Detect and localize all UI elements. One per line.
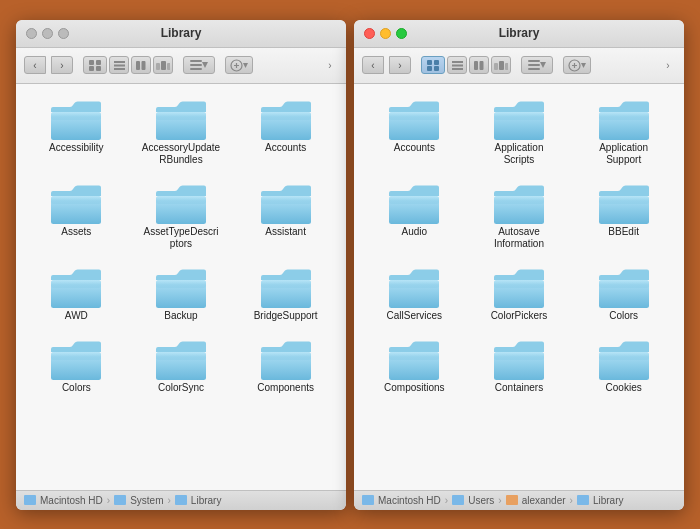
folder-item[interactable]: AccessoryUpdateRBundles — [131, 94, 232, 170]
folder-label: Assets — [61, 226, 91, 238]
svg-rect-77 — [599, 280, 649, 288]
close-button-2[interactable] — [364, 28, 375, 39]
users-label-2: Users — [468, 495, 494, 506]
list-view-btn-1[interactable] — [109, 56, 129, 74]
folder-item[interactable]: BBEdit — [573, 178, 674, 254]
svg-rect-67 — [389, 196, 439, 204]
icon-view-btn-2[interactable] — [421, 56, 445, 74]
hd-icon-1 — [24, 495, 36, 505]
folder-item[interactable]: AssetTypeDescriptors — [131, 178, 232, 254]
svg-rect-12 — [190, 60, 202, 62]
svg-rect-71 — [599, 196, 649, 204]
folder-item[interactable]: Compositions — [364, 334, 465, 398]
svg-rect-33 — [156, 280, 206, 288]
svg-rect-83 — [599, 352, 649, 360]
folder-item[interactable]: Audio — [364, 178, 465, 254]
folder-item[interactable]: Backup — [131, 262, 232, 326]
traffic-lights-1 — [26, 28, 69, 39]
svg-rect-11 — [167, 63, 170, 70]
system-icon-1 — [114, 495, 126, 505]
folder-item[interactable]: Application Support — [573, 94, 674, 170]
minimize-button-2[interactable] — [380, 28, 391, 39]
maximize-button-1[interactable] — [58, 28, 69, 39]
svg-rect-3 — [96, 66, 101, 71]
folder-item[interactable]: Accessibility — [26, 94, 127, 170]
sep1-1: › — [107, 495, 110, 506]
library-icon-1 — [175, 495, 187, 505]
more-button-2[interactable]: › — [660, 57, 676, 73]
sep2-2: › — [498, 495, 501, 506]
folder-item[interactable]: ColorSync — [131, 334, 232, 398]
folder-item[interactable]: CallServices — [364, 262, 465, 326]
folder-item[interactable]: Colors — [26, 334, 127, 398]
forward-button-1[interactable]: › — [51, 56, 73, 74]
folder-item[interactable]: Assistant — [235, 178, 336, 254]
svg-rect-48 — [452, 68, 463, 70]
svg-marker-17 — [243, 63, 248, 68]
folder-item[interactable]: AWD — [26, 262, 127, 326]
path-label-hd-2: Macintosh HD — [378, 495, 441, 506]
finder-window-2: Library ‹ › — [354, 20, 684, 510]
minimize-button-1[interactable] — [42, 28, 53, 39]
folder-label: ColorSync — [158, 382, 204, 394]
svg-rect-61 — [389, 112, 439, 120]
folder-item[interactable]: Cookies — [573, 334, 674, 398]
toolbar-2: ‹ › — [354, 48, 684, 84]
folder-item[interactable]: Application Scripts — [469, 94, 570, 170]
library-icon-2 — [577, 495, 589, 505]
column-view-btn-1[interactable] — [131, 56, 151, 74]
svg-rect-31 — [51, 280, 101, 288]
svg-marker-15 — [202, 62, 208, 68]
sep1-2: › — [445, 495, 448, 506]
svg-rect-5 — [114, 64, 125, 66]
column-view-btn-2[interactable] — [469, 56, 489, 74]
view-buttons-1 — [83, 56, 173, 74]
list-view-btn-2[interactable] — [447, 56, 467, 74]
action-button-1[interactable] — [225, 56, 253, 74]
folder-grid-1: Accessibility AccessoryUpdateRBundles — [26, 94, 336, 398]
coverflow-view-btn-1[interactable] — [153, 56, 173, 74]
view-options-1[interactable] — [183, 56, 215, 74]
folder-item[interactable]: Containers — [469, 334, 570, 398]
svg-rect-35 — [261, 280, 311, 288]
hd-icon-2 — [362, 495, 374, 505]
user-label-2: alexander — [522, 495, 566, 506]
folder-item[interactable]: Autosave Information — [469, 178, 570, 254]
svg-rect-56 — [528, 68, 540, 70]
view-options-2[interactable] — [521, 56, 553, 74]
folder-item[interactable]: Assets — [26, 178, 127, 254]
svg-rect-69 — [494, 196, 544, 204]
svg-rect-43 — [434, 60, 439, 65]
folder-item[interactable]: Components — [235, 334, 336, 398]
folder-item[interactable]: ColorPickers — [469, 262, 570, 326]
coverflow-view-btn-2[interactable] — [491, 56, 511, 74]
folder-label: BridgeSupport — [254, 310, 318, 322]
status-bar-1: Macintosh HD › System › Library — [16, 490, 346, 510]
back-button-1[interactable]: ‹ — [24, 56, 46, 74]
svg-rect-41 — [261, 352, 311, 360]
svg-rect-46 — [452, 61, 463, 63]
folder-label: Application Scripts — [479, 142, 559, 166]
svg-marker-57 — [540, 62, 546, 68]
folder-label: Colors — [609, 310, 638, 322]
maximize-button-2[interactable] — [396, 28, 407, 39]
svg-rect-9 — [156, 63, 160, 70]
svg-rect-29 — [261, 196, 311, 204]
folder-item[interactable]: Colors — [573, 262, 674, 326]
svg-rect-65 — [599, 112, 649, 120]
back-button-2[interactable]: ‹ — [362, 56, 384, 74]
folder-item[interactable]: Accounts — [235, 94, 336, 170]
svg-marker-59 — [581, 63, 586, 68]
more-button-1[interactable]: › — [322, 57, 338, 73]
folder-grid-2: Accounts Application Scripts — [364, 94, 674, 398]
folder-item[interactable]: Accounts — [364, 94, 465, 170]
svg-rect-42 — [427, 60, 432, 65]
folder-label: Accessibility — [49, 142, 103, 154]
close-button-1[interactable] — [26, 28, 37, 39]
icon-view-btn-1[interactable] — [83, 56, 107, 74]
svg-rect-8 — [141, 61, 145, 70]
forward-button-2[interactable]: › — [389, 56, 411, 74]
users-icon-2 — [452, 495, 464, 505]
action-button-2[interactable] — [563, 56, 591, 74]
folder-item[interactable]: BridgeSupport — [235, 262, 336, 326]
